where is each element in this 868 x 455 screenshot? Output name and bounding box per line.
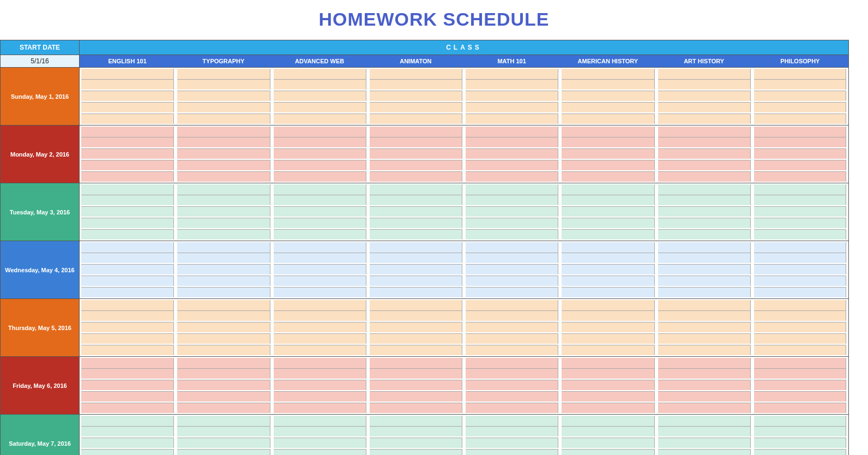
schedule-cell[interactable]	[177, 160, 270, 170]
schedule-cell[interactable]	[177, 438, 270, 448]
schedule-cell[interactable]	[274, 171, 366, 182]
schedule-cell[interactable]	[81, 206, 174, 217]
schedule-cell[interactable]	[370, 102, 462, 112]
schedule-cell[interactable]	[466, 218, 558, 228]
schedule-cell[interactable]	[81, 426, 174, 436]
schedule-cell[interactable]	[370, 137, 462, 147]
schedule-cell[interactable]	[658, 206, 751, 217]
schedule-cell[interactable]	[81, 416, 174, 426]
schedule-cell[interactable]	[466, 391, 558, 402]
schedule-cell[interactable]	[754, 438, 846, 448]
schedule-cell[interactable]	[658, 102, 751, 112]
schedule-cell[interactable]	[177, 91, 270, 101]
schedule-cell[interactable]	[370, 300, 462, 310]
schedule-cell[interactable]	[466, 91, 558, 101]
schedule-cell[interactable]	[370, 206, 462, 217]
schedule-cell[interactable]	[274, 113, 366, 124]
schedule-cell[interactable]	[562, 438, 654, 448]
schedule-cell[interactable]	[562, 391, 654, 402]
schedule-cell[interactable]	[274, 380, 366, 390]
schedule-cell[interactable]	[81, 380, 174, 390]
schedule-cell[interactable]	[658, 264, 751, 274]
schedule-cell[interactable]	[562, 264, 654, 274]
schedule-cell[interactable]	[562, 310, 654, 321]
schedule-cell[interactable]	[177, 113, 270, 124]
schedule-cell[interactable]	[754, 287, 846, 297]
schedule-cell[interactable]	[658, 276, 751, 286]
schedule-cell[interactable]	[754, 264, 846, 274]
schedule-cell[interactable]	[274, 69, 366, 79]
schedule-cell[interactable]	[466, 287, 558, 297]
schedule-cell[interactable]	[754, 229, 846, 240]
schedule-cell[interactable]	[274, 322, 366, 332]
schedule-cell[interactable]	[370, 253, 462, 263]
schedule-cell[interactable]	[274, 195, 366, 205]
schedule-cell[interactable]	[754, 310, 846, 321]
schedule-cell[interactable]	[177, 310, 270, 321]
schedule-cell[interactable]	[274, 242, 366, 253]
schedule-cell[interactable]	[81, 300, 174, 310]
schedule-cell[interactable]	[370, 184, 462, 195]
schedule-cell[interactable]	[177, 148, 270, 159]
schedule-cell[interactable]	[562, 206, 654, 217]
schedule-cell[interactable]	[370, 310, 462, 321]
schedule-cell[interactable]	[466, 69, 558, 79]
schedule-cell[interactable]	[562, 127, 654, 137]
schedule-cell[interactable]	[658, 242, 751, 253]
schedule-cell[interactable]	[177, 391, 270, 402]
schedule-cell[interactable]	[466, 310, 558, 321]
schedule-cell[interactable]	[274, 102, 366, 112]
schedule-cell[interactable]	[81, 171, 174, 182]
schedule-cell[interactable]	[754, 148, 846, 159]
schedule-cell[interactable]	[370, 171, 462, 182]
schedule-cell[interactable]	[658, 416, 751, 426]
schedule-cell[interactable]	[562, 300, 654, 310]
schedule-cell[interactable]	[370, 113, 462, 124]
schedule-cell[interactable]	[658, 368, 751, 379]
schedule-cell[interactable]	[177, 287, 270, 297]
schedule-cell[interactable]	[754, 380, 846, 390]
schedule-cell[interactable]	[274, 287, 366, 297]
schedule-cell[interactable]	[658, 287, 751, 297]
schedule-cell[interactable]	[177, 333, 270, 344]
schedule-cell[interactable]	[370, 438, 462, 448]
schedule-cell[interactable]	[274, 391, 366, 402]
schedule-cell[interactable]	[177, 276, 270, 286]
schedule-cell[interactable]	[466, 380, 558, 390]
schedule-cell[interactable]	[177, 127, 270, 137]
schedule-cell[interactable]	[658, 358, 751, 368]
schedule-cell[interactable]	[81, 160, 174, 170]
schedule-cell[interactable]	[177, 102, 270, 112]
schedule-cell[interactable]	[754, 91, 846, 101]
schedule-cell[interactable]	[370, 218, 462, 228]
schedule-cell[interactable]	[177, 300, 270, 310]
schedule-cell[interactable]	[177, 69, 270, 79]
schedule-cell[interactable]	[658, 300, 751, 310]
schedule-cell[interactable]	[274, 148, 366, 159]
schedule-cell[interactable]	[658, 113, 751, 124]
schedule-cell[interactable]	[370, 391, 462, 402]
schedule-cell[interactable]	[658, 310, 751, 321]
schedule-cell[interactable]	[81, 438, 174, 448]
schedule-cell[interactable]	[370, 416, 462, 426]
schedule-cell[interactable]	[370, 127, 462, 137]
schedule-cell[interactable]	[466, 438, 558, 448]
schedule-cell[interactable]	[754, 137, 846, 147]
schedule-cell[interactable]	[81, 148, 174, 159]
schedule-cell[interactable]	[370, 264, 462, 274]
schedule-cell[interactable]	[754, 102, 846, 112]
start-date-value[interactable]: 5/1/16	[1, 55, 80, 68]
schedule-cell[interactable]	[370, 91, 462, 101]
schedule-cell[interactable]	[274, 206, 366, 217]
schedule-cell[interactable]	[466, 345, 558, 355]
schedule-cell[interactable]	[466, 426, 558, 436]
schedule-cell[interactable]	[274, 264, 366, 274]
schedule-cell[interactable]	[81, 218, 174, 228]
schedule-cell[interactable]	[562, 449, 654, 455]
schedule-cell[interactable]	[370, 69, 462, 79]
schedule-cell[interactable]	[370, 79, 462, 89]
schedule-cell[interactable]	[754, 69, 846, 79]
schedule-cell[interactable]	[370, 403, 462, 413]
schedule-cell[interactable]	[370, 287, 462, 297]
schedule-cell[interactable]	[466, 333, 558, 344]
